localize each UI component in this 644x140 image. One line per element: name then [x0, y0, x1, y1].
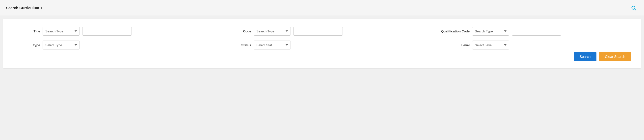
label-type: Type	[13, 43, 40, 47]
label-qualification-code: Qualification Code	[435, 29, 470, 33]
label-level: Level	[435, 43, 470, 47]
status-select[interactable]: Select Stat...	[254, 41, 291, 49]
svg-line-1	[634, 9, 636, 10]
label-title: Title	[13, 29, 40, 33]
field-group-qualification-code: Qualification Code Search Type Contains …	[435, 27, 631, 36]
action-row: Search Clear Search	[13, 52, 631, 61]
page-wrapper: Search Curriculum ▾ Title Search Type Co…	[0, 0, 644, 68]
search-button[interactable]: Search	[574, 52, 596, 61]
code-input[interactable]	[293, 27, 343, 36]
header-search-button[interactable]	[629, 3, 638, 12]
header-title: Search Curriculum ▾	[6, 6, 42, 10]
title-dropdown-arrow[interactable]: ▾	[40, 6, 42, 10]
label-code: Code	[224, 29, 251, 33]
search-icon	[631, 5, 636, 11]
type-select[interactable]: Select Type	[42, 41, 80, 49]
field-group-level: Level Select Level	[435, 41, 631, 49]
field-group-title: Title Search Type Contains Equals Starts…	[13, 27, 209, 36]
form-row-2: Type Select Type Status Select Stat...	[13, 41, 631, 49]
field-group-type: Type Select Type	[13, 41, 209, 49]
level-select[interactable]: Select Level	[472, 41, 509, 49]
form-rows: Title Search Type Contains Equals Starts…	[13, 27, 631, 49]
field-group-status: Status Select Stat...	[224, 41, 420, 49]
label-status: Status	[224, 43, 251, 47]
header-bar: Search Curriculum ▾	[0, 0, 644, 16]
page-title: Search Curriculum	[6, 6, 39, 10]
title-input[interactable]	[82, 27, 132, 36]
qualification-code-search-type-select[interactable]: Search Type Contains Equals Starts With	[472, 27, 509, 36]
qualification-code-input[interactable]	[512, 27, 561, 36]
clear-search-button[interactable]: Clear Search	[599, 52, 631, 61]
field-group-code: Code Search Type Contains Equals Starts …	[224, 27, 420, 36]
code-search-type-select[interactable]: Search Type Contains Equals Starts With	[254, 27, 291, 36]
search-panel: Title Search Type Contains Equals Starts…	[3, 19, 641, 68]
form-row-1: Title Search Type Contains Equals Starts…	[13, 27, 631, 36]
title-search-type-select[interactable]: Search Type Contains Equals Starts With	[42, 27, 80, 36]
